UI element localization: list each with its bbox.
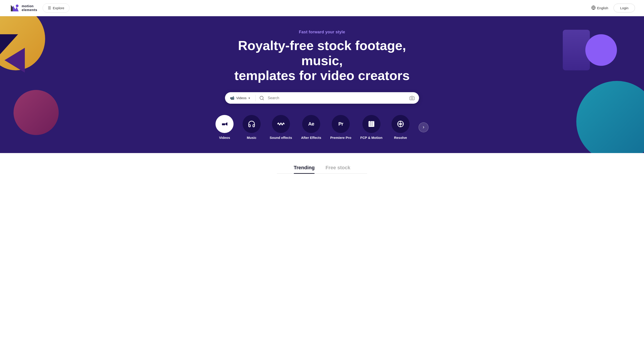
hero-section: Fast forward your style Royalty-free sto… [0,16,644,153]
category-label-sound-effects: Sound effects [270,136,292,140]
category-icon-sound-effects [272,115,290,133]
hero-title-line2: templates for video creators [234,68,410,83]
video-camera-icon: 📹 [230,96,234,100]
tabs-container: Trending Free stock [277,162,367,174]
search-container: 📹 Videos ▾ [225,92,419,104]
film-icon [368,120,375,128]
category-icon-resolve [392,115,410,133]
category-item-sound-effects[interactable]: Sound effects [270,115,292,140]
resolve-icon [397,120,404,128]
logo-motion: motion [22,4,37,8]
hero-title: Royalty-free stock footage, music, templ… [220,38,424,83]
camera-icon [410,96,414,100]
categories-container: Videos Music Sound effects [198,115,446,140]
hero-subtitle: Fast forward your style [220,30,424,34]
logo-link[interactable]: motion elements [9,3,37,13]
category-label-videos: Videos [219,136,230,140]
svg-point-0 [16,4,18,7]
dropdown-arrow-icon: ▾ [248,96,250,100]
hero-decoration-purple-circle [585,34,617,66]
category-label-resolve: Resolve [394,136,407,140]
category-icon-videos [216,115,234,133]
category-icon-music [242,115,260,133]
video-icon [221,120,228,128]
hero-title-line1: Royalty-free stock footage, music, [238,38,406,68]
globe-icon [591,5,596,10]
category-item-after-effects[interactable]: Ae After Effects [301,115,321,140]
search-icon [259,96,264,100]
nav-right: English Login [591,3,635,12]
search-input[interactable] [266,94,408,102]
chevron-right-icon: › [423,125,424,130]
search-type-label: Videos [236,96,247,100]
hamburger-icon: ☰ [48,6,51,10]
svg-point-8 [400,124,401,124]
search-divider [256,95,256,101]
hero-decoration-pink [14,90,59,135]
category-icon-after-effects: Ae [302,115,320,133]
category-item-fcp-motion[interactable]: FCP & Motion [360,115,382,140]
category-item-resolve[interactable]: Resolve [392,115,410,140]
search-type-button[interactable]: 📹 Videos ▾ [226,93,254,102]
category-item-music[interactable]: Music [242,115,260,140]
category-label-music: Music [247,136,256,140]
login-button[interactable]: Login [614,3,635,12]
headphones-icon [248,120,256,128]
svg-point-5 [411,97,413,99]
category-label-after-effects: After Effects [301,136,321,140]
tab-trending[interactable]: Trending [294,162,315,173]
tab-free-stock[interactable]: Free stock [326,162,350,173]
tab-trending-label: Trending [294,165,315,170]
category-icon-fcp-motion [362,115,380,133]
language-selector[interactable]: English [591,5,608,10]
svg-line-4 [263,99,264,100]
hero-content: Fast forward your style Royalty-free sto… [220,30,424,92]
category-label-premiere-pro: Premiere Pro [330,136,351,140]
search-icon-button[interactable] [258,94,266,102]
search-bar: 📹 Videos ▾ [225,92,419,104]
logo-text: motion elements [22,4,37,12]
tab-free-stock-label: Free stock [326,165,350,170]
hero-decoration-teal [576,81,644,153]
logo-elements: elements [22,8,37,12]
category-icon-premiere-pro: Pr [332,115,350,133]
explore-button[interactable]: ☰ Explore [43,3,70,13]
category-item-videos[interactable]: Videos [216,115,234,140]
logo-icon [9,3,20,13]
waveform-icon [277,120,285,128]
camera-search-button[interactable] [408,94,416,102]
language-label: English [597,6,608,10]
tabs-section: Trending Free stock [0,153,644,174]
hero-decoration-arrow [4,48,25,73]
category-label-fcp-motion: FCP & Motion [360,136,382,140]
carousel-next-button[interactable]: › [418,122,428,132]
explore-label: Explore [53,6,64,10]
navbar: motion elements ☰ Explore English Login [0,0,644,16]
category-item-premiere-pro[interactable]: Pr Premiere Pro [330,115,351,140]
login-label: Login [620,6,628,10]
